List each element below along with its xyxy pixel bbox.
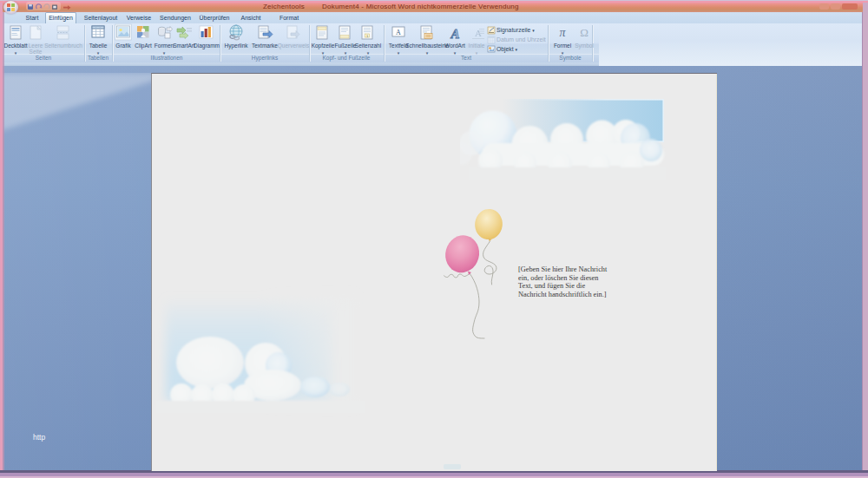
svg-text:A: A — [396, 29, 401, 36]
svg-text:π: π — [559, 26, 566, 39]
svg-text:A: A — [450, 27, 459, 41]
svg-text:Ω: Ω — [580, 26, 589, 39]
